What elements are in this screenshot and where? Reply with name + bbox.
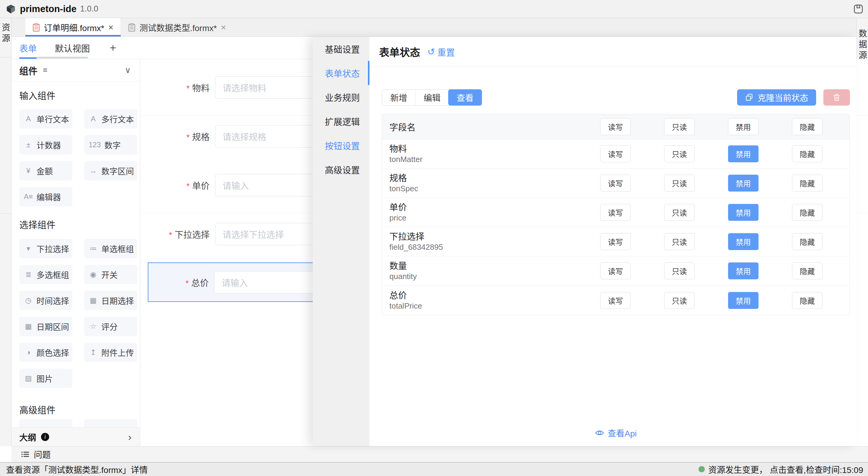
- state-readonly-button[interactable]: 只读: [664, 118, 694, 135]
- state-readwrite-button[interactable]: 读写: [600, 175, 631, 191]
- component-tile-image[interactable]: ▨ 图片: [19, 368, 72, 388]
- table-row-material: 物料 tonMatter 读写 只读 禁用 隐藏: [382, 139, 849, 169]
- state-disabled-button[interactable]: 禁用: [728, 118, 758, 135]
- component-tile-date-range[interactable]: ▦ 日期区间: [19, 317, 72, 336]
- resources-rail-label[interactable]: 资源: [0, 23, 11, 44]
- state-hidden-button[interactable]: 隐藏: [792, 262, 823, 279]
- component-tile-number[interactable]: 123 数字: [84, 135, 137, 154]
- field-code: tonSpec: [390, 184, 418, 194]
- menu-advanced-settings[interactable]: 高级设置: [313, 157, 369, 182]
- clone-current-state-button[interactable]: 克隆当前状态: [737, 89, 816, 106]
- state-readonly-button[interactable]: 只读: [664, 175, 694, 191]
- component-tile-radio-group[interactable]: ≔ 单选框组: [84, 239, 137, 258]
- mode-view-button[interactable]: 查看: [448, 89, 482, 106]
- state-readwrite-button[interactable]: 读写: [600, 233, 631, 250]
- reset-button[interactable]: ↺ 重置: [427, 46, 455, 58]
- component-tile-time-picker[interactable]: ◷ 时间选择: [19, 291, 72, 310]
- form-file-icon: [128, 23, 135, 32]
- state-disabled-button[interactable]: 禁用: [728, 262, 758, 279]
- component-tile-select[interactable]: ▾ 下拉选择: [19, 239, 72, 258]
- state-hidden-button[interactable]: 隐藏: [792, 175, 823, 191]
- state-hidden-button[interactable]: 隐藏: [792, 204, 823, 221]
- mode-add-button[interactable]: 新增: [382, 90, 415, 105]
- field-state-group: 读写 只读 禁用 隐藏: [600, 262, 823, 279]
- menu-basic-settings[interactable]: 基础设置: [313, 37, 369, 61]
- delete-state-button[interactable]: [824, 89, 850, 106]
- horizontal-scrollbar-thumb[interactable]: [36, 57, 88, 59]
- state-readwrite-button[interactable]: 读写: [600, 118, 631, 135]
- state-readonly-button[interactable]: 只读: [664, 292, 694, 309]
- required-mark: *: [185, 278, 189, 288]
- field-code: tonMatter: [390, 154, 423, 164]
- component-tile-rating[interactable]: ☆ 评分: [84, 317, 137, 336]
- field-state-group: 读写 只读 禁用 隐藏: [600, 204, 823, 221]
- state-readwrite-button[interactable]: 读写: [600, 204, 631, 221]
- problems-label: 问题: [34, 448, 51, 460]
- state-readwrite-button[interactable]: 读写: [600, 145, 631, 162]
- component-tile-currency[interactable]: ¥ 金额: [19, 161, 72, 180]
- menu-form-state[interactable]: 表单状态: [313, 61, 369, 85]
- state-hidden-button[interactable]: 隐藏: [792, 118, 823, 135]
- tab-form-view[interactable]: 表单: [19, 37, 37, 59]
- state-readonly-button[interactable]: 只读: [664, 262, 694, 279]
- component-tile-attachment-upload[interactable]: ↥ 附件上传: [84, 343, 137, 362]
- state-readonly-button[interactable]: 只读: [664, 233, 694, 250]
- required-mark: *: [169, 230, 172, 240]
- component-tile-counter[interactable]: ± 计数器: [19, 135, 72, 154]
- checkbox-group-icon: ≣: [24, 270, 33, 279]
- input-placeholder: 请选择物料: [223, 81, 266, 94]
- mode-segmented-control: 新增 编辑 查看: [382, 89, 482, 106]
- component-tile-switch[interactable]: ◉ 开关: [84, 265, 137, 284]
- color-picker-icon: ◑: [24, 348, 33, 357]
- menu-button-settings[interactable]: 按钮设置: [313, 133, 369, 157]
- list-layout-icon[interactable]: ≡: [43, 65, 48, 75]
- close-icon[interactable]: ×: [108, 23, 114, 32]
- component-tile-date-picker[interactable]: ▦ 日期选择: [84, 291, 137, 310]
- mode-edit-button[interactable]: 编辑: [415, 90, 448, 105]
- chevron-right-icon[interactable]: ›: [128, 431, 131, 443]
- chevron-down-icon[interactable]: ∨: [125, 65, 131, 75]
- number-icon: 123: [89, 141, 101, 149]
- state-readwrite-button[interactable]: 读写: [600, 262, 631, 279]
- component-tile-label: 编辑器: [36, 191, 61, 203]
- component-tile-color-picker[interactable]: ◑ 颜色选择: [19, 343, 72, 362]
- datasource-rail-item[interactable]: 数据源: [857, 18, 868, 66]
- problems-bar[interactable]: 问题: [11, 446, 868, 462]
- component-panel-title: 组件: [19, 64, 37, 77]
- state-readonly-button[interactable]: 只读: [664, 145, 694, 162]
- field-label: *下拉选择: [140, 228, 210, 240]
- file-tab-bar: 订单明细.formx* × 测试数据类型.formx* ×: [11, 18, 857, 37]
- close-icon[interactable]: ×: [221, 23, 226, 32]
- state-readonly-button[interactable]: 只读: [664, 204, 694, 221]
- left-activity-rail[interactable]: 资源: [0, 18, 11, 446]
- state-disabled-button[interactable]: 禁用: [728, 292, 758, 309]
- component-tile-clipped[interactable]: [84, 419, 137, 427]
- state-hidden-button[interactable]: 隐藏: [792, 145, 823, 162]
- tab-label: 订单明细.formx*: [44, 22, 104, 33]
- state-hidden-button[interactable]: 隐藏: [792, 292, 823, 309]
- component-tile-clipped[interactable]: [19, 419, 72, 427]
- state-hidden-button[interactable]: 隐藏: [792, 233, 823, 250]
- state-disabled-button[interactable]: 禁用: [728, 145, 758, 162]
- component-tile-editor[interactable]: A≡ 编辑器: [19, 187, 72, 206]
- save-icon[interactable]: [854, 4, 863, 14]
- view-tab-label: 默认视图: [55, 41, 90, 54]
- state-readwrite-button[interactable]: 读写: [600, 292, 631, 309]
- component-tile-number-range[interactable]: ↔ 数字区间: [84, 161, 137, 180]
- state-disabled-button[interactable]: 禁用: [728, 175, 758, 191]
- state-disabled-button[interactable]: 禁用: [728, 204, 758, 221]
- tab-default-view[interactable]: 默认视图: [55, 37, 90, 59]
- resource-changed-notice[interactable]: 资源发生变更， 点击查看,检查时间:15:09: [699, 463, 863, 475]
- component-tile-checkbox-group[interactable]: ≣ 多选框组: [19, 265, 72, 284]
- tab-order-detail-formx[interactable]: 订单明细.formx* ×: [25, 18, 121, 36]
- component-tile-single-line-text[interactable]: A 单行文本: [19, 109, 72, 128]
- add-view-button[interactable]: +: [110, 41, 116, 54]
- outline-bar[interactable]: 大纲 i ›: [11, 427, 140, 446]
- table-row-unit-price: 单价 price 读写 只读 禁用 隐藏: [382, 198, 849, 227]
- component-tile-multi-line-text[interactable]: A 多行文本: [84, 109, 137, 128]
- menu-extension-logic[interactable]: 扩展逻辑: [313, 109, 369, 133]
- tab-test-datatypes-formx[interactable]: 测试数据类型.formx* ×: [121, 18, 233, 36]
- menu-business-rules[interactable]: 业务规则: [313, 85, 369, 109]
- view-api-link[interactable]: 查看Api: [382, 427, 850, 439]
- state-disabled-button[interactable]: 禁用: [728, 233, 758, 250]
